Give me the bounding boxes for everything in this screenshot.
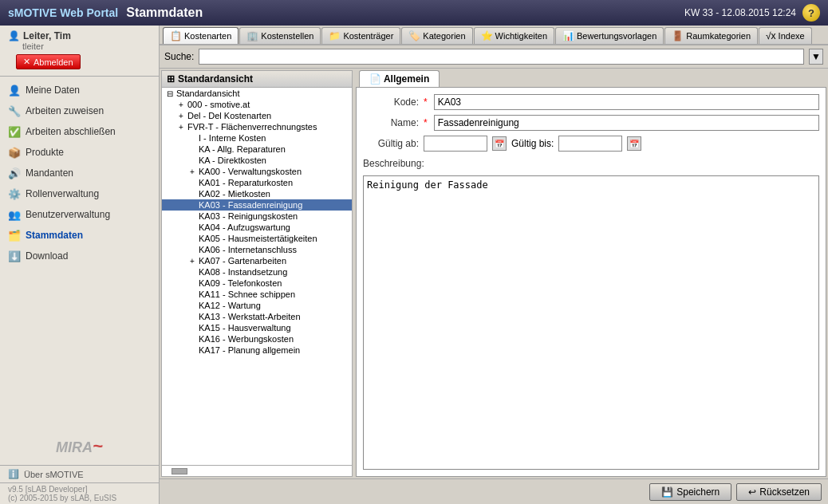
user-section: 👤 Leiter, Tim tleiter ✕ Abmelden xyxy=(0,26,159,77)
name-row: Name: * xyxy=(363,115,819,131)
gueltig-bis-label: Gültig bis: xyxy=(511,138,554,149)
tree-row[interactable]: KA02 - Mietkosten xyxy=(162,188,352,199)
tree-row[interactable]: +000 - smotive.at xyxy=(162,99,352,110)
search-input[interactable] xyxy=(199,49,804,65)
gueltig-bis-input[interactable] xyxy=(558,136,622,152)
tree-row[interactable]: KA12 - Wartung xyxy=(162,300,352,311)
sidebar-item-meine-daten[interactable]: 👤Meine Daten xyxy=(0,80,159,100)
tree-row[interactable]: +FVR-T - Flächenverrechnungstes xyxy=(162,121,352,132)
tab-icon-raumkategorien: 🚪 xyxy=(672,30,684,41)
tree-row[interactable]: KA - Direktkosten xyxy=(162,155,352,166)
tree-toggle: + xyxy=(187,167,197,176)
split-pane: ⊞ Standardansicht ⊟Standardansicht+000 -… xyxy=(160,69,828,478)
info-icon: ℹ️ xyxy=(8,469,19,479)
tree-row[interactable]: KA03 - Reinigungskosten xyxy=(162,211,352,222)
tree-row[interactable]: KA08 - Instandsetzung xyxy=(162,266,352,278)
tree-row[interactable]: ⊟Standardansicht xyxy=(162,88,352,99)
tree-row[interactable]: KA16 - Werbungskosten xyxy=(162,333,352,345)
tree-row[interactable]: KA01 - Reparaturkosten xyxy=(162,177,352,188)
sidebar-item-arbeiten-abschliessen[interactable]: ✅Arbeiten abschließen xyxy=(0,121,159,142)
save-icon: 💾 xyxy=(661,486,673,498)
reset-button[interactable]: ↩ Rücksetzen xyxy=(736,483,822,501)
tree-node-label: KA03 - Fassadenreinigung xyxy=(199,200,302,210)
page-title: Stammdaten xyxy=(126,6,203,20)
tab-icon-kostentraeger: 📁 xyxy=(329,30,341,41)
tree-node-label: KA15 - Hausverwaltung xyxy=(199,323,291,333)
tab-indexe[interactable]: √xIndexe xyxy=(759,27,812,44)
tree-row[interactable]: KA15 - Hausverwaltung xyxy=(162,322,352,333)
gueltig-ab-input[interactable] xyxy=(424,136,487,152)
tree-row[interactable]: +KA07 - Gartenarbeiten xyxy=(162,255,352,266)
tree-node-label: KA12 - Wartung xyxy=(199,301,261,310)
tree-row[interactable]: I - Interne Kosten xyxy=(162,132,352,144)
tree-panel: ⊞ Standardansicht ⊟Standardansicht+000 -… xyxy=(161,70,353,477)
sidebar-item-arbeiten-zuweisen[interactable]: 🔧Arbeiten zuweisen xyxy=(0,100,159,121)
sidebar-label-download: Download xyxy=(26,250,68,262)
tab-raumkategorien[interactable]: 🚪Raumkategorien xyxy=(664,27,758,44)
tree-row[interactable]: KA09 - Telefonkosten xyxy=(162,278,352,289)
gueltig-bis-calendar-button[interactable]: 📅 xyxy=(627,136,641,151)
tab-kategorien[interactable]: 🏷️Kategorien xyxy=(401,27,472,44)
tree-node-label: KA03 - Reinigungskosten xyxy=(199,211,298,221)
tree-row[interactable]: KA17 - Planung allgemein xyxy=(162,345,352,356)
sidebar-item-download[interactable]: ⬇️Download xyxy=(0,246,159,266)
detail-tab-allgemein[interactable]: 📄 Allgemein xyxy=(359,70,440,87)
tree-row[interactable]: KA03 - Fassadenreinigung xyxy=(162,199,352,211)
tree-row[interactable]: +Del - Del Kostenarten xyxy=(162,110,352,121)
tree-row[interactable]: KA05 - Hausmeistertätigkeiten xyxy=(162,233,352,244)
beschreibung-textarea[interactable] xyxy=(363,175,819,470)
stammdaten-icon: 🗂️ xyxy=(8,229,21,242)
sidebar-item-mandanten[interactable]: 🔊Mandanten xyxy=(0,163,159,183)
tab-kostenarten[interactable]: 📋Kostenarten xyxy=(163,27,239,44)
sidebar-item-benutzerverwaltung[interactable]: 👥Benutzerverwaltung xyxy=(0,204,159,225)
tree-header-label: Standardansicht xyxy=(178,73,253,85)
search-label: Suche: xyxy=(164,51,194,62)
benutzerverwaltung-icon: 👥 xyxy=(8,208,21,221)
kode-required: * xyxy=(424,96,428,108)
tab-bewertungsvorlagen[interactable]: 📊Bewertungsvorlagen xyxy=(555,27,664,44)
sidebar-item-produkte[interactable]: 📦Produkte xyxy=(0,142,159,163)
tree-row[interactable]: KA - Allg. Reparaturen xyxy=(162,144,352,155)
sidebar-item-rollenverwaltung[interactable]: ⚙️Rollenverwaltung xyxy=(0,183,159,204)
tab-icon-indexe: √x xyxy=(766,30,776,41)
name-input[interactable] xyxy=(434,115,819,131)
sidebar-item-stammdaten[interactable]: 🗂️Stammdaten xyxy=(0,225,159,246)
kode-label: Kode: xyxy=(363,96,419,108)
help-button[interactable]: ? xyxy=(802,4,820,22)
tab-kostentraeger[interactable]: 📁Kostenträger xyxy=(321,27,400,44)
tab-icon-wichtigkeiten: ⭐ xyxy=(481,30,493,41)
gueltig-ab-calendar-button[interactable]: 📅 xyxy=(492,136,507,151)
tree-row[interactable]: KA06 - Internetanschluss xyxy=(162,244,352,255)
tree-row[interactable]: KA11 - Schnee schippen xyxy=(162,289,352,300)
tab-wichtigkeiten[interactable]: ⭐Wichtigkeiten xyxy=(474,27,554,44)
tree-node-label: I - Interne Kosten xyxy=(199,133,266,143)
sidebar: 👤 Leiter, Tim tleiter ✕ Abmelden 👤Meine … xyxy=(0,26,160,504)
tree-node-label: KA11 - Schnee schippen xyxy=(199,289,295,299)
detail-content: Kode: * Name: * Gültig ab: 📅 xyxy=(356,87,826,477)
download-icon: ⬇️ xyxy=(8,250,21,262)
tree-body: ⊟Standardansicht+000 - smotive.at+Del - … xyxy=(162,88,352,465)
tree-node-label: KA06 - Internetanschluss xyxy=(199,245,297,254)
app-name: sMOTIVE Web Portal xyxy=(8,6,118,19)
about-section[interactable]: ℹ️ Über sMOTIVE xyxy=(0,465,159,482)
logout-button[interactable]: ✕ Abmelden xyxy=(16,54,81,69)
tree-node-label: KA04 - Aufzugswartung xyxy=(199,222,290,232)
mira-logo: MIRA~ xyxy=(0,428,159,465)
user-name: 👤 Leiter, Tim xyxy=(8,30,151,41)
tree-node-label: KA02 - Mietkosten xyxy=(199,189,270,199)
tree-row[interactable]: KA04 - Aufzugswartung xyxy=(162,222,352,233)
gueltig-ab-label: Gültig ab: xyxy=(363,138,419,149)
tree-row[interactable]: +KA00 - Verwaltungskosten xyxy=(162,166,352,177)
tree-scrollbar[interactable] xyxy=(162,465,352,476)
kode-input[interactable] xyxy=(434,94,819,110)
user-sub: tleiter xyxy=(8,41,151,51)
nav-menu: 👤Meine Daten🔧Arbeiten zuweisen✅Arbeiten … xyxy=(0,77,159,428)
tab-icon-kostenarten: 📋 xyxy=(170,30,182,41)
tree-row[interactable]: KA13 - Werkstatt-Arbeiten xyxy=(162,311,352,322)
tab-kostenstellen[interactable]: 🏢Kostenstellen xyxy=(239,27,321,44)
save-button[interactable]: 💾 Speichern xyxy=(649,483,731,501)
mandanten-icon: 🔊 xyxy=(8,167,21,179)
tree-node-label: KA08 - Instandsetzung xyxy=(199,267,287,277)
main-layout: 👤 Leiter, Tim tleiter ✕ Abmelden 👤Meine … xyxy=(0,26,828,504)
search-dropdown-button[interactable]: ▼ xyxy=(809,49,823,65)
